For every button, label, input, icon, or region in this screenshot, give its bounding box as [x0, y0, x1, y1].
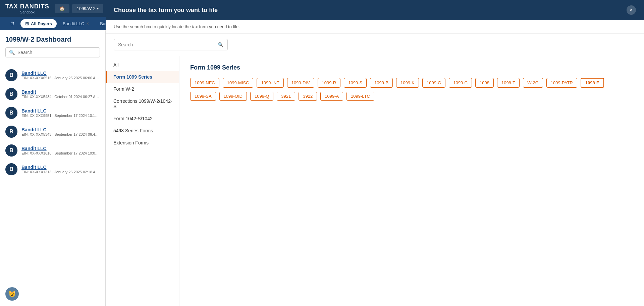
- form-tag-1098-t[interactable]: 1098-T: [497, 78, 520, 88]
- form-tag-3922[interactable]: 3922: [299, 92, 317, 101]
- payer-avatar: B: [5, 69, 17, 81]
- category-item-form-1099-series[interactable]: Form 1099 Series: [106, 71, 179, 83]
- form-tags-row2: 1099-SA1099-OID1099-Q392139221099-A1099-…: [190, 92, 633, 101]
- form-tag-1099-sa[interactable]: 1099-SA: [190, 92, 216, 101]
- sidebar-search-box[interactable]: 🔍: [5, 47, 100, 57]
- chevron-down-icon: ▾: [97, 7, 99, 10]
- form-tag-1099-misc[interactable]: 1099-MISC: [223, 78, 254, 88]
- payer-info: Bandit LLC EIN: XX-XXX5343 | September 1…: [21, 127, 100, 136]
- payer-item[interactable]: B Bandit EIN: XX-XXX5434 | October 01 20…: [0, 85, 105, 103]
- form-tag-1099-oid[interactable]: 1099-OID: [219, 92, 247, 101]
- payer-avatar: B: [5, 126, 17, 138]
- payer-info: Bandit LLC EIN: XX-XXX6516 | January 25 …: [21, 71, 100, 80]
- form-tag-1099-b[interactable]: 1099-B: [370, 78, 393, 88]
- payer-meta: EIN: XX-XXX1313 | January 25 2025 02:18 …: [21, 170, 100, 174]
- form-tag-1099-g[interactable]: 1099-G: [422, 78, 445, 88]
- form-tag-1099-nec[interactable]: 1099-NEC: [190, 78, 219, 88]
- payer-avatar: B: [5, 107, 17, 119]
- payer-item[interactable]: B Bandit LLC EIN: XX-XXX5343 | September…: [0, 122, 105, 141]
- modal-title: Choose the tax form you want to file: [114, 7, 218, 14]
- modal-search-icon: 🔍: [218, 42, 223, 47]
- home-icon: 🏠: [59, 6, 65, 11]
- form-tag-1099-ltc[interactable]: 1099-LTC: [346, 92, 374, 101]
- form-content: Form 1099 Series 1099-NEC1099-MISC1099-I…: [179, 56, 644, 306]
- payer-name: Bandit: [21, 89, 100, 95]
- tab-bandit-llc-1[interactable]: Bandit LLC ✕: [58, 19, 94, 28]
- form-tag-1099-k[interactable]: 1099-K: [396, 78, 419, 88]
- tab-close-icon[interactable]: ✕: [86, 21, 89, 26]
- payer-avatar: B: [5, 144, 17, 157]
- form-tag-1099-patr[interactable]: 1099-PATR: [546, 78, 577, 88]
- form-tag-w-2g[interactable]: W-2G: [523, 78, 543, 88]
- payer-meta: EIN: XX-XXX5343 | September 17 2024 06:4…: [21, 132, 100, 136]
- modal-body: AllForm 1099 SeriesForm W-2Corrections 1…: [106, 56, 644, 306]
- sidebar-search-input[interactable]: [17, 50, 96, 55]
- payer-info: Bandit LLC EIN: XX-XXX1313 | January 25 …: [21, 165, 100, 174]
- form-series-title: Form 1099 Series: [190, 64, 633, 71]
- tab-home-icon: ⏱: [10, 21, 14, 26]
- payer-meta: EIN: XX-XXX5434 | October 01 2024 06:27 …: [21, 95, 100, 99]
- category-item-all[interactable]: All: [106, 59, 179, 71]
- modal-subtitle: Use the search box to quickly locate the…: [106, 20, 644, 34]
- payer-name: Bandit LLC: [21, 108, 100, 114]
- modal-search-input[interactable]: [118, 42, 215, 47]
- tab-grid-icon: ⊞: [25, 21, 29, 26]
- form-tag-1099-s[interactable]: 1099-S: [344, 78, 367, 88]
- category-item-5498-series[interactable]: 5498 Series Forms: [106, 125, 179, 137]
- tab-all-payers-label: All Payers: [31, 21, 52, 26]
- payer-name: Bandit LLC: [21, 146, 100, 151]
- modal-search-bar: 🔍: [106, 34, 644, 56]
- form-tags-row1: 1099-NEC1099-MISC1099-INT1099-DIV1099-R1…: [190, 78, 633, 88]
- nav-1099w2-label: 1099/W-2: [77, 6, 96, 11]
- payer-info: Bandit EIN: XX-XXX5434 | October 01 2024…: [21, 89, 100, 99]
- nav-1099w2-button[interactable]: 1099/W-2 ▾: [72, 4, 103, 13]
- tab-bandit-llc-1-label: Bandit LLC: [63, 21, 84, 26]
- sidebar: 1099/W-2 Dashboard 🔍 B Bandit LLC EIN: X…: [0, 30, 106, 306]
- modal-close-button[interactable]: ×: [627, 5, 636, 15]
- payer-list: B Bandit LLC EIN: XX-XXX6516 | January 2…: [0, 63, 105, 181]
- user-avatar[interactable]: 😺: [5, 287, 19, 301]
- payer-meta: EIN: XX-XXX6516 | January 25 2025 06:06 …: [21, 76, 100, 80]
- category-list: AllForm 1099 SeriesForm W-2Corrections 1…: [106, 56, 179, 306]
- form-tag-1099-int[interactable]: 1099-INT: [257, 78, 283, 88]
- payer-item[interactable]: B Bandit LLC EIN: XX-XXX9951 | September…: [0, 103, 105, 122]
- tab-home[interactable]: ⏱: [5, 19, 19, 28]
- logo-text: TAX BANDITS: [5, 3, 49, 10]
- form-tag-1099-div[interactable]: 1099-DIV: [287, 78, 314, 88]
- sidebar-search-icon: 🔍: [9, 50, 15, 55]
- form-tag-3921[interactable]: 3921: [277, 92, 295, 101]
- logo-sub: Sandbox: [5, 10, 49, 14]
- form-tag-1099-c[interactable]: 1099-C: [449, 78, 472, 88]
- category-item-extension-forms[interactable]: Extension Forms: [106, 137, 179, 149]
- tab-all-payers[interactable]: ⊞ All Payers: [20, 19, 57, 28]
- category-item-form-w2[interactable]: Form W-2: [106, 83, 179, 95]
- payer-item[interactable]: B Bandit LLC EIN: XX-XXX1313 | January 2…: [0, 160, 105, 179]
- modal-search-box[interactable]: 🔍: [114, 39, 228, 50]
- payer-meta: EIN: XX-XXX9951 | September 17 2024 10:1…: [21, 114, 100, 118]
- logo: TAX BANDITS Sandbox: [5, 3, 49, 14]
- form-tag-1099-q[interactable]: 1099-Q: [250, 92, 273, 101]
- category-item-form-1042[interactable]: Form 1042-S/1042: [106, 113, 179, 125]
- nav-home-button[interactable]: 🏠: [55, 4, 69, 13]
- modal-header: Choose the tax form you want to file ×: [106, 0, 644, 20]
- payer-meta: EIN: XX-XXX1616 | September 17 2024 10:0…: [21, 151, 100, 155]
- payer-name: Bandit LLC: [21, 71, 100, 76]
- category-item-corrections[interactable]: Corrections 1099/W-2/1042-S: [106, 95, 179, 113]
- payer-avatar: B: [5, 88, 17, 100]
- sidebar-title: 1099/W-2 Dashboard: [5, 36, 100, 43]
- form-tag-1099-a[interactable]: 1099-A: [320, 92, 343, 101]
- payer-item[interactable]: B Bandit LLC EIN: XX-XXX1616 | September…: [0, 141, 105, 160]
- payer-info: Bandit LLC EIN: XX-XXX1616 | September 1…: [21, 146, 100, 155]
- payer-info: Bandit LLC EIN: XX-XXX9951 | September 1…: [21, 108, 100, 118]
- tax-form-modal: Choose the tax form you want to file × U…: [106, 0, 644, 306]
- app-background: TAX BANDITS Sandbox 🏠 1099/W-2 ▾ 1099 Tx…: [0, 0, 644, 306]
- form-tag-1098[interactable]: 1098: [475, 78, 494, 88]
- form-tag-1099-r[interactable]: 1099-R: [318, 78, 341, 88]
- payer-item[interactable]: B Bandit LLC EIN: XX-XXX6516 | January 2…: [0, 66, 105, 85]
- sidebar-header: 1099/W-2 Dashboard 🔍: [0, 30, 105, 63]
- payer-name: Bandit LLC: [21, 127, 100, 132]
- form-tag-1098-e[interactable]: 1098-E: [581, 78, 604, 88]
- payer-avatar: B: [5, 163, 17, 175]
- payer-name: Bandit LLC: [21, 165, 100, 170]
